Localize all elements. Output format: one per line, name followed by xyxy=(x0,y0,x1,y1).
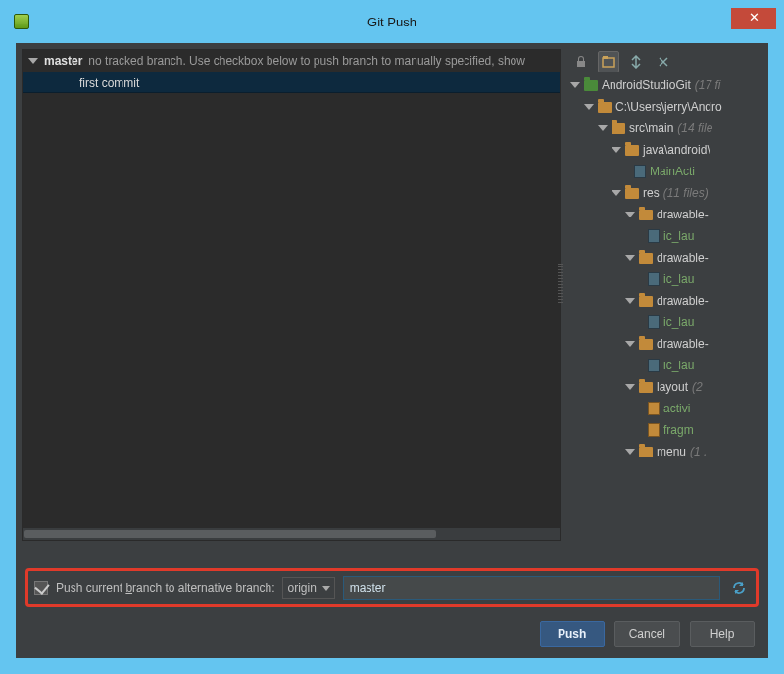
tree-label: activi xyxy=(663,398,690,419)
tree-node[interactable]: res (11 files) xyxy=(566,182,762,204)
tree-meta: (2 xyxy=(692,376,703,398)
commit-item[interactable]: first commit xyxy=(23,72,560,93)
tree-node[interactable]: ic_lau xyxy=(566,355,762,376)
window-title: Git Push xyxy=(8,15,776,29)
tree-label: drawable- xyxy=(657,204,709,225)
tree-node[interactable]: drawable- xyxy=(566,333,762,355)
tree-label: AndroidStudioGit xyxy=(602,74,691,96)
folder-icon xyxy=(639,296,653,307)
scroll-thumb[interactable] xyxy=(24,530,436,538)
tree-node[interactable]: java\android\ xyxy=(566,139,762,161)
folder-icon xyxy=(612,123,625,134)
chevron-down-icon[interactable] xyxy=(625,212,635,217)
tree-node[interactable]: drawable- xyxy=(566,290,762,312)
splitter-grip[interactable] xyxy=(558,264,563,303)
tree-label: drawable- xyxy=(657,247,709,268)
branch-note: no tracked branch. Use checkbox below to… xyxy=(88,54,525,68)
tree-node[interactable]: fragm xyxy=(566,419,762,441)
chevron-down-icon[interactable] xyxy=(625,384,635,390)
tree-label: C:\Users\jerry\Andro xyxy=(615,96,722,118)
chevron-down-icon[interactable] xyxy=(612,147,621,153)
tree-label: drawable- xyxy=(657,290,709,312)
tree-node[interactable]: ic_lau xyxy=(566,225,762,247)
dialog-buttons: Push Cancel Help xyxy=(540,621,755,647)
tree-label: ic_lau xyxy=(663,268,694,290)
tree-label: layout xyxy=(657,376,688,398)
tree-node[interactable]: AndroidStudioGit (17 fi xyxy=(566,74,762,96)
folder-icon xyxy=(584,80,598,91)
h-scrollbar[interactable] xyxy=(23,528,560,540)
alt-branch-checkbox[interactable] xyxy=(34,581,48,595)
help-button[interactable]: Help xyxy=(690,621,755,647)
tree-label: MainActi xyxy=(650,161,695,182)
expand-all-icon[interactable] xyxy=(625,51,647,72)
file-icon xyxy=(634,165,646,178)
dialog-surface: master no tracked branch. Use checkbox b… xyxy=(16,43,768,658)
chevron-down-icon[interactable] xyxy=(598,125,608,131)
commits-pane[interactable]: master no tracked branch. Use checkbox b… xyxy=(22,49,561,541)
tree-label: java\android\ xyxy=(643,139,710,161)
group-by-directory-icon[interactable] xyxy=(598,51,619,72)
window-frame: Git Push ✕ master no tracked branch. Use… xyxy=(0,0,784,674)
tree-node[interactable]: MainActi xyxy=(566,161,762,182)
tree-node[interactable]: drawable- xyxy=(566,204,762,225)
chevron-down-icon[interactable] xyxy=(625,298,635,304)
files-pane: AndroidStudioGit (17 fiC:\Users\jerry\An… xyxy=(566,49,762,541)
tree-node[interactable]: drawable- xyxy=(566,247,762,268)
tree-label: ic_lau xyxy=(663,225,694,247)
tree-label: src\main xyxy=(629,118,673,139)
chevron-down-icon[interactable] xyxy=(584,104,594,110)
folder-icon xyxy=(625,145,639,156)
split-pane: master no tracked branch. Use checkbox b… xyxy=(22,49,762,541)
file-icon xyxy=(648,402,660,415)
alt-label-post: ranch to alternative branch: xyxy=(132,581,274,595)
alt-branch-label: Push current branch to alternative branc… xyxy=(56,581,274,595)
refresh-button[interactable] xyxy=(728,577,750,599)
tree-label: fragm xyxy=(663,419,694,441)
tree-node[interactable]: ic_lau xyxy=(566,312,762,333)
alt-branch-input[interactable] xyxy=(343,576,720,600)
lock-icon[interactable] xyxy=(570,51,592,72)
push-button[interactable]: Push xyxy=(540,621,605,647)
file-tree[interactable]: AndroidStudioGit (17 fiC:\Users\jerry\An… xyxy=(566,74,762,541)
tree-label: ic_lau xyxy=(663,312,694,333)
file-toolbar xyxy=(566,49,762,74)
folder-icon xyxy=(639,382,653,393)
folder-icon xyxy=(639,447,653,457)
folder-icon xyxy=(639,210,653,220)
tree-node[interactable]: ic_lau xyxy=(566,268,762,290)
titlebar[interactable]: Git Push ✕ xyxy=(8,8,776,35)
file-icon xyxy=(648,359,660,372)
folder-icon xyxy=(598,102,612,113)
chevron-down-icon[interactable] xyxy=(625,449,635,455)
chevron-down-icon[interactable] xyxy=(625,255,635,261)
chevron-down-icon[interactable] xyxy=(570,82,580,88)
chevron-down-icon[interactable] xyxy=(625,341,635,347)
tree-label: ic_lau xyxy=(663,355,694,376)
chevron-down-icon[interactable] xyxy=(612,190,621,196)
file-icon xyxy=(648,423,660,437)
svg-rect-0 xyxy=(603,58,614,67)
tree-node[interactable]: src\main (14 file xyxy=(566,118,762,139)
tree-meta: (17 fi xyxy=(695,74,721,96)
alt-label-pre: Push current xyxy=(56,581,125,595)
cancel-button[interactable]: Cancel xyxy=(614,621,680,647)
tree-node[interactable]: layout (2 xyxy=(566,376,762,398)
svg-rect-1 xyxy=(603,56,608,59)
chevron-down-icon xyxy=(322,586,330,591)
branch-row[interactable]: master no tracked branch. Use checkbox b… xyxy=(23,50,560,72)
tree-node[interactable]: menu (1 . xyxy=(566,441,762,462)
file-icon xyxy=(648,315,660,329)
alt-branch-row: Push current branch to alternative branc… xyxy=(25,568,759,607)
tree-meta: (11 files) xyxy=(663,182,709,204)
close-button[interactable]: ✕ xyxy=(731,8,776,29)
file-icon xyxy=(648,229,660,243)
tree-node[interactable]: activi xyxy=(566,398,762,419)
tree-label: drawable- xyxy=(657,333,709,355)
tree-label: menu xyxy=(657,441,686,462)
remote-select[interactable]: origin xyxy=(282,577,334,599)
collapse-all-icon[interactable] xyxy=(653,51,674,72)
tree-meta: (14 file xyxy=(677,118,712,139)
chevron-down-icon[interactable] xyxy=(28,58,38,64)
tree-node[interactable]: C:\Users\jerry\Andro xyxy=(566,96,762,118)
